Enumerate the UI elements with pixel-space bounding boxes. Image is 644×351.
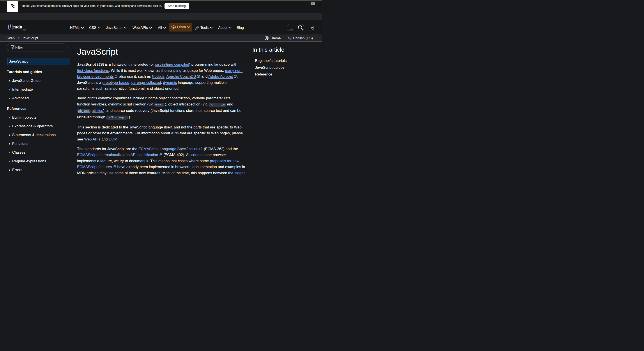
svg-text:A: A	[290, 38, 292, 40]
